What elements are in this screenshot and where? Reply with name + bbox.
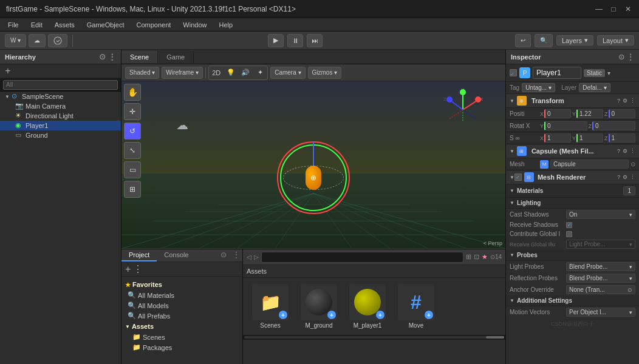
materials-section-header[interactable]: ▼ Materials 1 bbox=[506, 184, 639, 198]
rot-y-input[interactable]: 0 bbox=[544, 121, 587, 130]
renderer-active-toggle[interactable]: ✓ bbox=[514, 174, 522, 181]
pos-y-input[interactable]: 1.22 bbox=[576, 109, 603, 118]
scale-y-input[interactable]: 1 bbox=[576, 133, 603, 143]
sidebar-packages[interactable]: 📁 Packages bbox=[121, 342, 242, 352]
scale-z-input[interactable]: 1 bbox=[609, 133, 636, 143]
hand-tool[interactable]: ✋ bbox=[124, 84, 141, 101]
rot-z-input[interactable]: 0 bbox=[592, 121, 635, 130]
hierarchy-menu-icon[interactable]: ⋮ bbox=[108, 52, 116, 61]
scale-tool[interactable]: ⤡ bbox=[124, 142, 141, 159]
play-button[interactable]: ▶ bbox=[268, 34, 284, 47]
pos-z-input[interactable]: 0 bbox=[609, 109, 636, 118]
hierarchy-item-light[interactable]: ☀ Directional Light bbox=[0, 111, 121, 121]
hierarchy-item-ground[interactable]: ▭ Ground bbox=[0, 130, 121, 140]
forward-button[interactable]: ▷ bbox=[254, 254, 259, 260]
asset-scenes[interactable]: 📁 + Scenes bbox=[249, 284, 292, 329]
close-button[interactable]: ✕ bbox=[623, 4, 633, 14]
rotate-tool[interactable]: ↺ bbox=[124, 123, 141, 140]
mesh-select-icon[interactable]: ⊙ bbox=[630, 161, 635, 167]
sidebar-scenes[interactable]: 📁 Scenes bbox=[121, 332, 242, 342]
project-add-button[interactable]: + bbox=[125, 264, 131, 275]
tab-project[interactable]: Project bbox=[121, 249, 157, 261]
additional-settings-header[interactable]: ▼ Additional Settings bbox=[506, 295, 639, 306]
active-toggle[interactable]: ✓ bbox=[510, 69, 517, 76]
fav-all-materials[interactable]: 🔍 All Materials bbox=[121, 290, 242, 300]
search-button[interactable]: 🔍 bbox=[535, 34, 553, 47]
scene-3d-view[interactable]: ⊕ Y X bbox=[121, 81, 505, 249]
camera-dropdown[interactable]: Camera ▾ bbox=[270, 67, 305, 79]
fx-toggle[interactable]: ✦ bbox=[253, 67, 267, 79]
maximize-button[interactable]: □ bbox=[609, 4, 618, 14]
static-dropdown-icon[interactable]: ▾ bbox=[607, 70, 610, 76]
tab-console[interactable]: Console bbox=[157, 249, 196, 261]
tab-scene[interactable]: Scene bbox=[121, 51, 158, 63]
tab-game[interactable]: Game bbox=[158, 51, 194, 63]
w-dropdown[interactable]: W ▾ bbox=[5, 34, 26, 47]
asset-move[interactable]: # + Move bbox=[395, 284, 437, 329]
asset-mground[interactable]: + M_ground bbox=[298, 284, 340, 329]
menu-edit[interactable]: Edit bbox=[26, 20, 47, 30]
save-layout-icon[interactable]: ⊞ bbox=[466, 253, 471, 261]
menu-gameobject[interactable]: GameObject bbox=[82, 20, 129, 30]
project-search-input[interactable] bbox=[261, 252, 463, 263]
help-icon[interactable]: ? bbox=[617, 98, 620, 104]
transform-tool[interactable]: ⊞ bbox=[124, 181, 141, 198]
settings-icon[interactable]: ⚙ bbox=[623, 98, 627, 104]
cast-shadows-dropdown[interactable]: On▾ bbox=[566, 210, 635, 219]
shading-dropdown[interactable]: Shaded ▾ bbox=[125, 67, 159, 79]
panel-menu-icon[interactable]: ⋮ bbox=[230, 249, 242, 261]
hierarchy-item-samplescene[interactable]: ▼ ⊙ SampleScene bbox=[0, 92, 121, 101]
menu-assets[interactable]: Assets bbox=[50, 20, 80, 30]
minimize-button[interactable]: — bbox=[594, 4, 604, 14]
undo-button[interactable]: ↩ bbox=[515, 34, 531, 47]
inspector-lock-icon[interactable]: ⊙ bbox=[618, 53, 624, 61]
settings-icon[interactable]: ⚙ bbox=[623, 148, 627, 154]
panel-lock-icon[interactable]: ⊙ bbox=[217, 249, 230, 261]
hierarchy-item-camera[interactable]: 📷 Main Camera bbox=[0, 101, 121, 111]
asset-mplayer1[interactable]: + M_player1 bbox=[346, 284, 389, 329]
2d-button[interactable]: 2D bbox=[210, 67, 223, 79]
menu-file[interactable]: File bbox=[3, 20, 24, 30]
pause-button[interactable]: ⏸ bbox=[287, 34, 303, 47]
audio-toggle[interactable]: 🔊 bbox=[239, 67, 252, 79]
mesh-value[interactable]: Capsule bbox=[550, 160, 629, 169]
scroll-thumb[interactable] bbox=[486, 336, 504, 339]
pos-x-input[interactable]: 0 bbox=[544, 109, 571, 118]
meshrenderer-component-header[interactable]: ▼ ✓ ⊟ Mesh Renderer ? ⚙ ⋮ bbox=[506, 170, 639, 184]
settings-icon[interactable]: ⚙ bbox=[623, 174, 627, 180]
layer-dropdown[interactable]: Defai...▾ bbox=[579, 83, 610, 92]
collab-button[interactable] bbox=[48, 34, 67, 47]
receive-gi-dropdown[interactable]: Light Probe...▾ bbox=[566, 240, 635, 249]
hierarchy-lock-icon[interactable]: ⊙ bbox=[99, 52, 106, 61]
component-menu-icon[interactable]: ⋮ bbox=[630, 174, 635, 180]
probes-section-header[interactable]: ▼ Probes bbox=[506, 250, 639, 261]
light-probes-dropdown[interactable]: Blend Probe...▾ bbox=[566, 262, 635, 271]
component-menu-icon[interactable]: ⋮ bbox=[630, 148, 635, 154]
move-tool[interactable]: ✛ bbox=[124, 103, 141, 120]
menu-help[interactable]: Help bbox=[214, 20, 237, 30]
motion-vectors-dropdown[interactable]: Per Object I...▾ bbox=[566, 308, 635, 317]
transform-component-header[interactable]: ▼ ⊕ Transform ? ⚙ ⋮ bbox=[506, 94, 639, 108]
fav-all-models[interactable]: 🔍 All Models bbox=[121, 300, 242, 311]
layers-dropdown[interactable]: Layers ▾ bbox=[556, 35, 593, 46]
menu-window[interactable]: Window bbox=[178, 20, 211, 30]
receive-shadows-checkbox[interactable] bbox=[566, 222, 572, 228]
view-mode-dropdown[interactable]: Wireframe ▾ bbox=[162, 67, 203, 79]
cloud-button[interactable]: ☁ bbox=[29, 34, 46, 47]
reflection-probes-dropdown[interactable]: Blend Probe...▾ bbox=[566, 274, 635, 283]
menu-component[interactable]: Component bbox=[131, 20, 176, 30]
meshfilter-component-header[interactable]: ▼ ⊞ Capsule (Mesh Fil... ? ⚙ ⋮ bbox=[506, 144, 639, 158]
object-name-input[interactable] bbox=[533, 67, 581, 79]
help-icon[interactable]: ? bbox=[617, 148, 620, 154]
rect-tool[interactable]: ▭ bbox=[124, 161, 141, 178]
hierarchy-search-input[interactable] bbox=[3, 80, 118, 90]
step-button[interactable]: ⏭ bbox=[307, 34, 323, 47]
hierarchy-add-button[interactable]: + bbox=[2, 66, 13, 76]
filter-icon[interactable]: ⊡ bbox=[474, 253, 479, 261]
hierarchy-item-player1[interactable]: ◉ Player1 bbox=[0, 121, 121, 130]
layout-dropdown[interactable]: Layout ▾ bbox=[597, 35, 634, 46]
component-menu-icon[interactable]: ⋮ bbox=[630, 98, 635, 104]
lighting-toggle[interactable]: 💡 bbox=[224, 67, 237, 79]
lighting-section-header[interactable]: ▼ Lighting bbox=[506, 198, 639, 209]
project-options-button[interactable]: ⋮ bbox=[133, 263, 143, 275]
